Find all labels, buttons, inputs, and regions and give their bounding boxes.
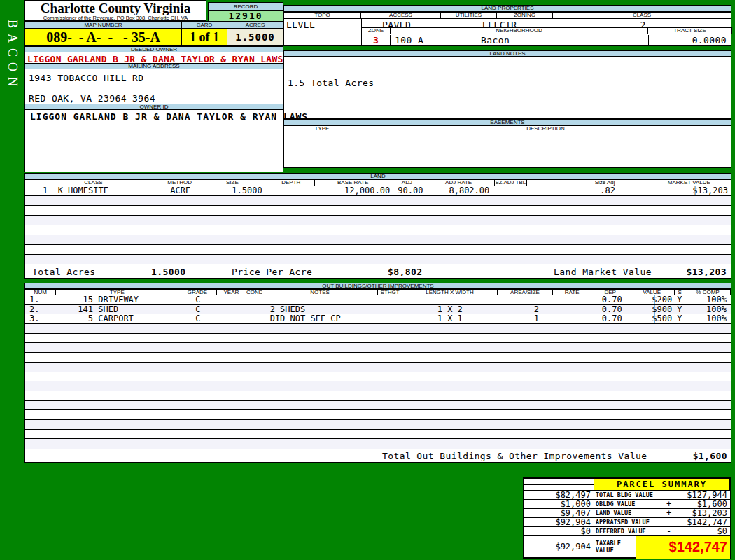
summary-label: APPRAISED VALUE [594,518,664,527]
tract-size-value: 0.0000 [648,35,727,46]
ob-col-rate: RATE [553,289,592,295]
ob-notes: DID NOT SEE CP [263,314,378,323]
land-empty-row [25,245,731,255]
zone-value: 3 [362,35,391,46]
land-row-blank [527,186,563,195]
taxable-left-value: $92,904 [524,536,594,559]
ob-total-value: $1,600 [693,451,727,461]
land-row-adj-rate: 8,802.00 [423,186,494,195]
summary-row-taxable: $92,904 TAXABLE VALUE $142,747 [524,536,730,559]
summary-sign: + [666,500,671,508]
ob-empty-row [25,401,731,411]
summary-left-value: $92,904 [524,518,594,527]
ob-year [217,305,246,314]
land-notes-text: 1.5 Total Acres [288,78,374,88]
ob-year [217,314,246,323]
ob-s: Y [674,305,685,314]
land-row-sz-adj-tbl [494,186,526,195]
ob-cond [246,314,262,323]
ob-lxw [402,295,497,304]
total-acres-label: Total Acres [32,267,96,277]
summary-label: DEFERRED VALUE [594,527,664,536]
card-value: 1 of 1 [182,28,227,46]
ob-comp: 100% [685,295,730,304]
county-title-box: Charlotte County Virginia Commissioner o… [24,0,206,21]
zone-value-row: 3 100 A Bacon 0.0000 [362,34,732,46]
ob-empty-row [25,430,731,440]
land-row-1: 1 K HOMESITE ACRE 1.5000 12,000.00 90.00… [25,186,731,196]
out-buildings-title: OUT BUILDINGS/OTHER IMPROVEMENTS [24,283,732,289]
summary-row-appraised: $92,904 APPRAISED VALUE $142,747 [524,518,730,527]
land-row-base-rate: 12,000.00 [315,186,391,195]
topo-value: LEVEL [284,19,362,46]
ob-value: $900 [629,305,675,314]
ob-empty-row [25,353,731,363]
ob-empty-row [25,324,731,334]
summary-row-deferred: $0 DEFERRED VALUE - $0 [524,527,730,536]
ob-dep: 0.70 [591,314,629,323]
ob-empty-row [25,410,731,420]
ob-dep: 0.70 [591,305,629,314]
ob-col-area-size: AREA/SIZE [498,289,554,295]
summary-label: LAND VALUE [594,509,664,518]
ob-sthgt [378,295,402,304]
summary-row-obldg: $1,000 OBLDG VALUE + $1,600 [524,500,730,509]
record-value: 12910 [208,10,284,22]
zoning-label: ZONING [497,12,553,19]
land-row-size: 1.5000 [198,186,268,195]
owner-panel: DEEDED OWNER LIGGON GARLAND B JR & DANA … [24,46,284,172]
ob-col-year: YEAR [217,289,246,295]
ob-num: 2. [25,305,57,314]
ob-comp: 100% [685,305,730,314]
land-empty-row [25,225,731,235]
land-col-depth: DEPTH [267,179,315,186]
ob-value: $200 [629,295,675,304]
land-empty-row [25,196,731,206]
ob-empty-row [25,334,731,344]
ob-year [217,295,246,304]
ob-row-2: 2. 141 SHED C 2 SHEDS 1 X 2 2 0.70 $900 … [25,305,731,315]
easements-title: EASEMENTS [284,119,732,125]
ob-notes: 2 SHEDS [263,305,378,314]
ob-col-length-width: LENGTH X WIDTH [402,289,497,295]
ob-sthgt [378,314,402,323]
ob-dep: 0.70 [591,295,629,304]
summary-left-value: $82,497 [524,491,594,500]
map-value-row: 089- - A- - - 35-A 1 of 1 1.5000 [24,28,284,46]
mailing-address-line1: 1943 TOBACCO HILL RD [29,73,144,83]
ob-comp: 100% [685,314,730,323]
ob-lxw: 1 X 2 [402,305,497,314]
summary-left-value: $0 [524,527,594,536]
ob-area: 1 [497,314,553,323]
ob-notes [263,295,378,304]
ob-value: $500 [629,314,675,323]
summary-label: TOTAL BLDG VALUE [594,491,664,500]
owner-id-label: OWNER ID [24,104,284,110]
land-row-adj: 90.00 [391,186,423,195]
out-buildings-total-row: Total Out Buildings & Other Improvements… [24,449,732,463]
land-notes-box: 1.5 Total Acres [284,57,732,119]
ob-s: Y [674,314,685,323]
ob-row-3: 3. 5 CARPORT C DID NOT SEE CP 1 X 1 1 0.… [25,314,731,324]
neighborhood-vertical-label: BACON [0,0,24,112]
land-notes-title: LAND NOTES [284,50,732,57]
summary-left-value: $9,407 [524,509,594,518]
land-properties-title: LAND PROPERTIES [284,5,732,12]
ob-row-1: 1. 15 DRIVEWAY C 0.70 $200 Y 100% [25,295,731,305]
owner-id-value: LIGGON GARLAND B JR & DANA TAYLOR & RYAN… [30,111,308,122]
land-empty-row [25,255,731,264]
land-row-size-adj: .82 [563,186,647,195]
land-row-depth [268,186,316,195]
ob-area [497,295,553,304]
mailing-address-line2: RED OAK, VA 23964-3964 [29,93,155,104]
ob-rate [553,305,591,314]
price-per-acre-label: Price Per Acre [232,267,312,277]
neighborhood-code: 100 A [395,35,424,46]
ob-area: 2 [497,305,553,314]
ob-rate [553,314,591,323]
access-label: ACCESS [361,12,441,19]
ob-type: 5 CARPORT [57,314,178,323]
ob-col-sthgt: STHGT [378,289,402,295]
land-market-value-label: Land Market Value [554,267,652,277]
land-totals-row: Total Acres 1.5000 Price Per Acre $8,802… [24,265,732,279]
